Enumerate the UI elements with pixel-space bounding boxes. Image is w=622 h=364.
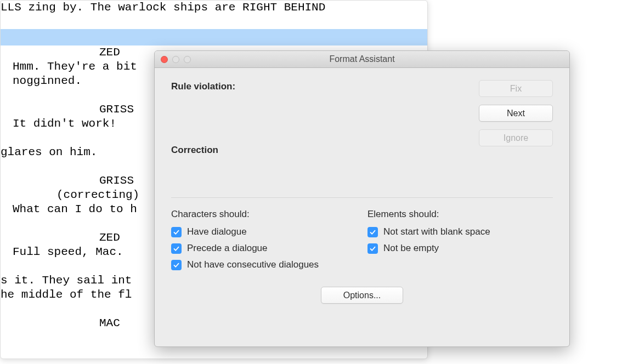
options-button-wrap: Options... bbox=[171, 287, 553, 304]
checkbox-label: Precede a dialogue bbox=[187, 243, 268, 254]
dialog-body: Fix Next Ignore Rule violation: Correcti… bbox=[155, 68, 569, 346]
dialog-title: Format Assistant bbox=[155, 54, 569, 64]
format-assistant-dialog: Format Assistant Fix Next Ignore Rule vi… bbox=[154, 50, 570, 347]
dialog-titlebar[interactable]: Format Assistant bbox=[155, 51, 569, 68]
screenplay-line[interactable] bbox=[1, 15, 427, 29]
section-divider bbox=[171, 197, 553, 198]
checkbox-icon[interactable] bbox=[171, 243, 182, 254]
correction-label: Correction bbox=[171, 145, 553, 156]
fix-button: Fix bbox=[479, 80, 553, 97]
ignore-button: Ignore bbox=[479, 129, 553, 146]
traffic-lights bbox=[161, 56, 191, 63]
checkbox-icon[interactable] bbox=[171, 227, 182, 237]
maximize-icon bbox=[184, 56, 191, 63]
minimize-icon bbox=[172, 56, 179, 63]
checkbox-label: Not have consecutive dialogues bbox=[187, 259, 319, 270]
characters-column: Characters should: Have dialoguePrecede … bbox=[171, 209, 357, 276]
checkbox-label: Not start with blank space bbox=[383, 226, 490, 237]
char-check-0[interactable]: Have dialogue bbox=[171, 226, 357, 237]
checkbox-icon[interactable] bbox=[171, 260, 182, 270]
char-check-1[interactable]: Precede a dialogue bbox=[171, 243, 357, 254]
elements-column: Elements should: Not start with blank sp… bbox=[367, 209, 553, 276]
elements-header: Elements should: bbox=[367, 209, 553, 220]
checkbox-icon[interactable] bbox=[367, 243, 378, 254]
checkbox-label: Not be empty bbox=[383, 243, 439, 254]
checkbox-label: Have dialogue bbox=[187, 226, 247, 237]
close-icon[interactable] bbox=[161, 56, 168, 63]
action-button-stack: Fix Next Ignore bbox=[479, 80, 553, 146]
screenplay-line[interactable] bbox=[1, 29, 427, 46]
options-button[interactable]: Options... bbox=[321, 287, 403, 304]
rules-columns: Characters should: Have dialoguePrecede … bbox=[171, 209, 553, 276]
characters-header: Characters should: bbox=[171, 209, 357, 220]
char-check-2[interactable]: Not have consecutive dialogues bbox=[171, 259, 357, 270]
checkbox-icon[interactable] bbox=[367, 227, 378, 237]
next-button[interactable]: Next bbox=[479, 105, 553, 122]
elem-check-1[interactable]: Not be empty bbox=[367, 243, 553, 254]
elem-check-0[interactable]: Not start with blank space bbox=[367, 226, 553, 237]
screenplay-line[interactable]: LLS zing by. The warlock ships are RIGHT… bbox=[1, 1, 427, 15]
